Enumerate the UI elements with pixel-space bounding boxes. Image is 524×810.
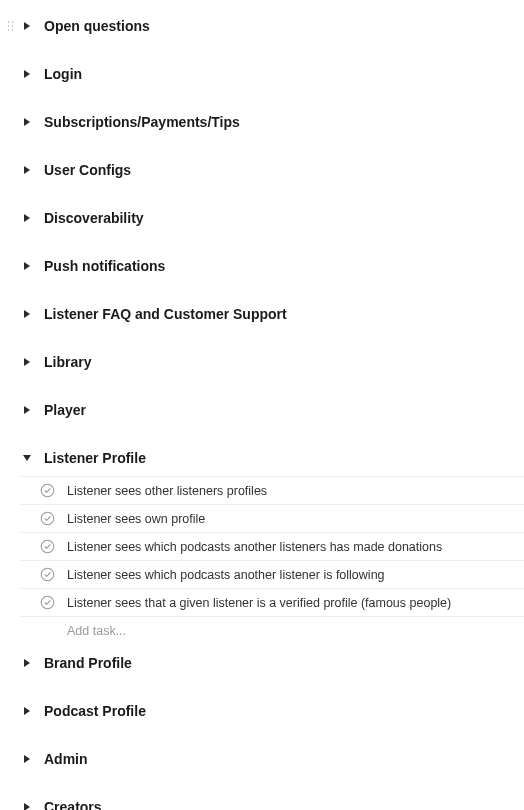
svg-point-3 bbox=[12, 25, 14, 27]
svg-point-20 bbox=[41, 596, 54, 609]
svg-marker-11 bbox=[24, 262, 30, 270]
chevron-right-icon[interactable] bbox=[22, 213, 32, 223]
chevron-right-icon[interactable] bbox=[22, 261, 32, 271]
drag-handle-icon[interactable] bbox=[6, 19, 16, 33]
svg-marker-21 bbox=[24, 659, 30, 667]
section-listener-faq[interactable]: Listener FAQ and Customer Support bbox=[0, 296, 524, 332]
task-row[interactable]: Listener sees own profile bbox=[20, 505, 524, 533]
section-label: Login bbox=[44, 66, 82, 82]
svg-marker-24 bbox=[24, 803, 30, 810]
svg-marker-7 bbox=[24, 70, 30, 78]
svg-point-16 bbox=[41, 484, 54, 497]
check-circle-icon[interactable] bbox=[40, 539, 55, 554]
svg-marker-6 bbox=[24, 22, 30, 30]
add-task-button[interactable]: Add task... bbox=[20, 617, 524, 645]
section-subscriptions[interactable]: Subscriptions/Payments/Tips bbox=[0, 104, 524, 140]
svg-marker-9 bbox=[24, 166, 30, 174]
svg-point-19 bbox=[41, 568, 54, 581]
section-label: Push notifications bbox=[44, 258, 165, 274]
task-row[interactable]: Listener sees other listeners profiles bbox=[20, 476, 524, 505]
svg-marker-10 bbox=[24, 214, 30, 222]
svg-point-18 bbox=[41, 540, 54, 553]
chevron-right-icon[interactable] bbox=[22, 69, 32, 79]
check-circle-icon[interactable] bbox=[40, 595, 55, 610]
svg-marker-22 bbox=[24, 707, 30, 715]
section-brand-profile[interactable]: Brand Profile bbox=[0, 645, 524, 681]
chevron-right-icon[interactable] bbox=[22, 357, 32, 367]
check-circle-icon[interactable] bbox=[40, 567, 55, 582]
section-login[interactable]: Login bbox=[0, 56, 524, 92]
chevron-right-icon[interactable] bbox=[22, 21, 32, 31]
section-open-questions[interactable]: Open questions bbox=[0, 8, 524, 44]
section-label: Subscriptions/Payments/Tips bbox=[44, 114, 240, 130]
section-label: Brand Profile bbox=[44, 655, 132, 671]
svg-point-4 bbox=[8, 29, 10, 31]
svg-marker-8 bbox=[24, 118, 30, 126]
section-label: Creators bbox=[44, 799, 102, 810]
chevron-right-icon[interactable] bbox=[22, 706, 32, 716]
chevron-right-icon[interactable] bbox=[22, 754, 32, 764]
section-creators[interactable]: Creators bbox=[0, 789, 524, 810]
chevron-right-icon[interactable] bbox=[22, 117, 32, 127]
task-row[interactable]: Listener sees which podcasts another lis… bbox=[20, 561, 524, 589]
section-label: Listener Profile bbox=[44, 450, 146, 466]
section-label: Open questions bbox=[44, 18, 150, 34]
chevron-right-icon[interactable] bbox=[22, 405, 32, 415]
task-text: Listener sees which podcasts another lis… bbox=[67, 568, 385, 582]
svg-point-1 bbox=[12, 21, 14, 23]
section-label: User Configs bbox=[44, 162, 131, 178]
chevron-right-icon[interactable] bbox=[22, 802, 32, 810]
svg-point-2 bbox=[8, 25, 10, 27]
chevron-down-icon[interactable] bbox=[22, 453, 32, 463]
section-label: Admin bbox=[44, 751, 88, 767]
svg-point-17 bbox=[41, 512, 54, 525]
task-text: Listener sees which podcasts another lis… bbox=[67, 540, 442, 554]
chevron-right-icon[interactable] bbox=[22, 165, 32, 175]
check-circle-icon[interactable] bbox=[40, 511, 55, 526]
section-label: Listener FAQ and Customer Support bbox=[44, 306, 287, 322]
svg-marker-13 bbox=[24, 358, 30, 366]
svg-marker-23 bbox=[24, 755, 30, 763]
task-text: Listener sees that a given listener is a… bbox=[67, 596, 451, 610]
task-row[interactable]: Listener sees which podcasts another lis… bbox=[20, 533, 524, 561]
section-library[interactable]: Library bbox=[0, 344, 524, 380]
task-row[interactable]: Listener sees that a given listener is a… bbox=[20, 589, 524, 617]
task-text: Listener sees other listeners profiles bbox=[67, 484, 267, 498]
svg-point-5 bbox=[12, 29, 14, 31]
check-circle-icon[interactable] bbox=[40, 483, 55, 498]
svg-marker-12 bbox=[24, 310, 30, 318]
section-player[interactable]: Player bbox=[0, 392, 524, 428]
section-listener-profile[interactable]: Listener Profile bbox=[0, 440, 524, 476]
svg-marker-14 bbox=[24, 406, 30, 414]
chevron-right-icon[interactable] bbox=[22, 309, 32, 319]
task-list: Listener sees other listeners profiles L… bbox=[20, 476, 524, 645]
section-podcast-profile[interactable]: Podcast Profile bbox=[0, 693, 524, 729]
section-label: Podcast Profile bbox=[44, 703, 146, 719]
svg-marker-15 bbox=[23, 455, 31, 461]
section-label: Player bbox=[44, 402, 86, 418]
section-label: Discoverability bbox=[44, 210, 144, 226]
section-push-notifications[interactable]: Push notifications bbox=[0, 248, 524, 284]
task-text: Listener sees own profile bbox=[67, 512, 205, 526]
section-label: Library bbox=[44, 354, 91, 370]
section-admin[interactable]: Admin bbox=[0, 741, 524, 777]
section-user-configs[interactable]: User Configs bbox=[0, 152, 524, 188]
section-discoverability[interactable]: Discoverability bbox=[0, 200, 524, 236]
svg-point-0 bbox=[8, 21, 10, 23]
chevron-right-icon[interactable] bbox=[22, 658, 32, 668]
